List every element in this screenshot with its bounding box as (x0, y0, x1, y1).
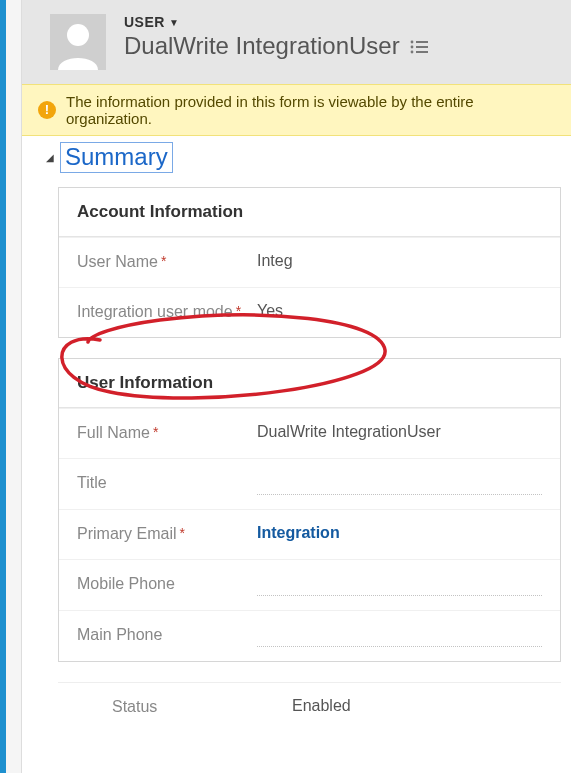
warning-icon: ! (38, 101, 56, 119)
form-content: USER ▼ DualWrite IntegrationUser (22, 0, 571, 773)
full-name-field[interactable]: Full Name * DualWrite IntegrationUser (59, 408, 560, 458)
record-header: USER ▼ DualWrite IntegrationUser (22, 0, 571, 84)
integration-user-mode-field[interactable]: Integration user mode * Yes (59, 287, 560, 337)
status-label: Status (112, 697, 157, 717)
form-selector-icon[interactable] (410, 32, 428, 61)
info-bar-message: The information provided in this form is… (66, 93, 555, 127)
svg-point-6 (410, 51, 413, 54)
record-name[interactable]: DualWrite IntegrationUser (124, 32, 400, 61)
main-phone-field[interactable]: Main Phone (59, 610, 560, 661)
main-phone-value[interactable] (257, 629, 542, 647)
full-name-value[interactable]: DualWrite IntegrationUser (257, 423, 542, 441)
user-avatar[interactable] (50, 14, 106, 70)
collapse-triangle-icon: ◢ (46, 152, 54, 163)
svg-rect-3 (416, 41, 428, 43)
svg-point-2 (410, 41, 413, 44)
svg-point-4 (410, 46, 413, 49)
primary-email-label: Primary Email (77, 524, 177, 544)
user-name-label: User Name (77, 252, 158, 272)
left-gutter (0, 0, 22, 773)
svg-rect-7 (416, 51, 428, 53)
title-value[interactable] (257, 477, 542, 495)
required-icon: * (153, 425, 158, 439)
info-bar: ! The information provided in this form … (22, 84, 571, 136)
required-icon: * (236, 304, 241, 318)
title-label: Title (77, 473, 107, 493)
mobile-phone-label: Mobile Phone (77, 574, 175, 594)
account-information-header: Account Information (59, 188, 560, 237)
integration-user-mode-label: Integration user mode (77, 302, 233, 322)
record-name-row: DualWrite IntegrationUser (124, 32, 428, 61)
account-information-card: Account Information User Name * Integ In… (58, 187, 561, 338)
summary-title: Summary (60, 142, 173, 173)
title-field[interactable]: Title (59, 458, 560, 509)
caret-down-icon: ▼ (169, 17, 179, 28)
summary-section-header[interactable]: ◢ Summary (22, 136, 571, 173)
full-name-label: Full Name (77, 423, 150, 443)
svg-rect-5 (416, 46, 428, 48)
mobile-phone-value[interactable] (257, 578, 542, 596)
required-icon: * (161, 254, 166, 268)
required-icon: * (180, 526, 185, 540)
integration-user-mode-value[interactable]: Yes (257, 302, 542, 320)
primary-email-field[interactable]: Primary Email * Integration (59, 509, 560, 559)
entity-type-selector[interactable]: USER ▼ (124, 14, 428, 30)
svg-point-1 (67, 24, 89, 46)
main-phone-label: Main Phone (77, 625, 162, 645)
user-name-field[interactable]: User Name * Integ (59, 237, 560, 287)
status-row: Status Enabled (58, 682, 561, 729)
user-information-header: User Information (59, 359, 560, 408)
entity-type-label: USER (124, 14, 165, 30)
user-name-value[interactable]: Integ (257, 252, 542, 270)
left-accent-bar (0, 0, 6, 773)
status-value: Enabled (292, 697, 543, 717)
mobile-phone-field[interactable]: Mobile Phone (59, 559, 560, 610)
user-information-card: User Information Full Name * DualWrite I… (58, 358, 561, 662)
primary-email-value[interactable]: Integration (257, 524, 542, 542)
